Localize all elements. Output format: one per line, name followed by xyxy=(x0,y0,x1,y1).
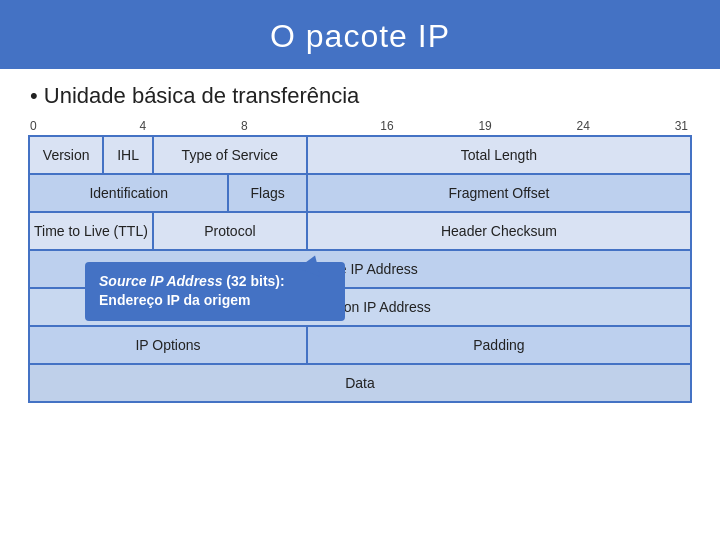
tooltip-italic: Source IP Address xyxy=(99,273,222,289)
header: O pacote IP xyxy=(0,0,720,69)
ihl-cell: IHL xyxy=(103,136,152,174)
subtitle-line: Unidade básica de transferência xyxy=(0,69,720,119)
diagram-area: 0 4 8 16 19 24 31 Version IHL Type of Se… xyxy=(0,119,720,403)
table-row: Data xyxy=(29,364,691,402)
tooltip-bold: (32 bits): xyxy=(222,273,284,289)
ruler-31: 31 xyxy=(675,119,688,133)
table-row: Version IHL Type of Service Total Length xyxy=(29,136,691,174)
table-row: IP Options Padding xyxy=(29,326,691,364)
table-row: Identification Flags Fragment Offset xyxy=(29,174,691,212)
protocol-cell: Protocol xyxy=(153,212,307,250)
ruler-8: 8 xyxy=(241,119,248,133)
ttl-cell: Time to Live (TTL) xyxy=(29,212,153,250)
type-of-service-cell: Type of Service xyxy=(153,136,307,174)
header-title: O pacote IP xyxy=(270,18,450,54)
version-cell: Version xyxy=(29,136,103,174)
subtitle-text: Unidade básica de transferência xyxy=(44,83,360,108)
ruler-24: 24 xyxy=(577,119,590,133)
ruler-19: 19 xyxy=(478,119,491,133)
table-row: Time to Live (TTL) Protocol Header Check… xyxy=(29,212,691,250)
ruler-0: 0 xyxy=(30,119,37,133)
ruler-4: 4 xyxy=(139,119,146,133)
ip-options-cell: IP Options xyxy=(29,326,307,364)
total-length-cell: Total Length xyxy=(307,136,691,174)
flags-cell: Flags xyxy=(228,174,306,212)
fragment-offset-cell: Fragment Offset xyxy=(307,174,691,212)
header-checksum-cell: Header Checksum xyxy=(307,212,691,250)
ruler-16: 16 xyxy=(380,119,393,133)
data-cell: Data xyxy=(29,364,691,402)
identification-cell: Identification xyxy=(29,174,228,212)
tooltip-desc: Endereço IP da origem xyxy=(99,292,250,308)
ruler: 0 4 8 16 19 24 31 xyxy=(28,119,692,133)
padding-cell: Padding xyxy=(307,326,691,364)
